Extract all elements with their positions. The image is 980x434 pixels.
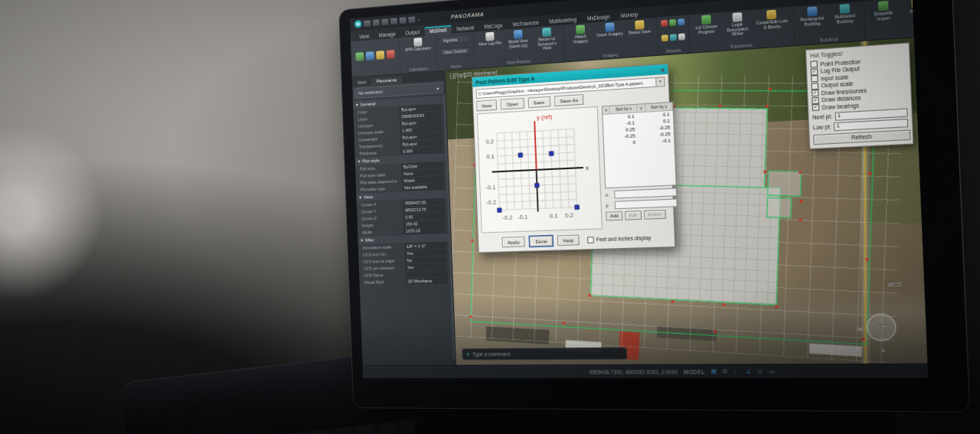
save-icon[interactable] xyxy=(381,18,388,25)
snap-icon[interactable]: ⊞ xyxy=(723,368,728,375)
done-button[interactable]: Done xyxy=(530,236,553,246)
wizard-icon[interactable] xyxy=(669,19,676,26)
checkbox-icon[interactable] xyxy=(810,61,818,68)
agenda-dropdown[interactable]: Agenda xyxy=(439,34,470,44)
hot-toggles-panel: Hot Toggles! Point Protection Log File O… xyxy=(805,42,914,148)
status-bar: 4509436.7392, 4802087.6261, 0.0000 MODEL… xyxy=(363,364,929,378)
lots-blocks-icon xyxy=(766,10,776,20)
next-pt-label: Next pt: xyxy=(812,113,832,120)
save-button[interactable]: Save xyxy=(528,96,550,108)
points-rows: 0.1 0.1 -0.1 0.1 0.25 -0.25 -0.25 -0.25 xyxy=(603,111,674,148)
multisided-building-button[interactable]: Multisided Building xyxy=(829,3,860,25)
gis-modify-button[interactable]: Modify xyxy=(901,0,914,15)
command-line[interactable]: > Type a command xyxy=(462,348,627,361)
system-settings-icon[interactable] xyxy=(387,50,395,59)
checkbox-icon[interactable] xyxy=(587,237,594,243)
group-label: Calculators xyxy=(403,65,434,73)
ortho-icon[interactable]: ∟ xyxy=(733,369,740,375)
wizard-icon[interactable] xyxy=(661,34,668,41)
pattern-plot: xy (ref)-0.2-0.2-0.1-0.10.10.10.20.2 xyxy=(478,107,600,230)
help-button[interactable]: Help xyxy=(557,235,580,246)
insert-imagery-button[interactable]: Insert Imagery xyxy=(596,21,623,38)
toggles-icon[interactable] xyxy=(376,51,384,60)
checkbox-icon[interactable] xyxy=(812,97,819,104)
x-input[interactable] xyxy=(614,188,677,199)
low-pt-input[interactable]: 1 xyxy=(834,118,908,130)
wizard-icon[interactable] xyxy=(678,34,685,41)
save-as-button[interactable]: Save As xyxy=(554,94,584,106)
combo-arrow-icon[interactable]: ▾ xyxy=(655,77,664,86)
warehouse-annex[interactable] xyxy=(767,171,802,197)
open-file-icon[interactable] xyxy=(373,19,380,26)
quick-access-dropdown-icon[interactable]: ▾ xyxy=(417,16,420,21)
new-button[interactable]: New xyxy=(476,100,497,111)
wizard-icon[interactable] xyxy=(678,18,684,25)
command-prompt-text[interactable]: Type a command xyxy=(472,351,510,357)
checkbox-icon[interactable] xyxy=(811,68,818,75)
attach-imagery-button[interactable]: Attach Imagery xyxy=(567,24,594,44)
calculator-icon xyxy=(413,38,422,47)
lot-closure-button[interactable]: Lot Closure Program xyxy=(692,14,721,35)
wizard-icon[interactable] xyxy=(661,20,668,27)
status-save-button[interactable]: Status Save xyxy=(626,19,654,35)
points-list[interactable]: x Sort by x y Sort by y 0.1 0.1 xyxy=(602,102,677,188)
viewcube[interactable]: TOP xyxy=(866,313,897,341)
drawing-viewport[interactable]: [-][Top][2D Wireframe] WCS TOP W S > Typ… xyxy=(446,38,928,364)
group-label: Wizards xyxy=(662,47,685,54)
polar-icon[interactable]: ∠ xyxy=(746,368,752,375)
ribbon-group-assist: Agenda User Control Assist xyxy=(436,32,475,71)
legal-description-button[interactable]: Legal Description Writer xyxy=(723,11,753,38)
file-tab-drawing[interactable]: Panorama xyxy=(371,77,402,86)
svg-text:x: x xyxy=(586,164,590,171)
pattern-plot-frame[interactable]: xy (ref)-0.2-0.2-0.1-0.10.10.10.20.2 xyxy=(477,106,603,233)
sort-by-y-button[interactable]: Sort by y xyxy=(646,103,673,112)
svg-text:0.2: 0.2 xyxy=(565,212,573,220)
grid-icon[interactable]: ▦ xyxy=(710,368,717,375)
smart-point-icon[interactable] xyxy=(355,52,364,61)
checkbox-icon[interactable] xyxy=(812,90,819,96)
checkbox-icon[interactable] xyxy=(811,75,818,82)
svg-text:0.1: 0.1 xyxy=(550,212,558,220)
svg-text:y (ref): y (ref) xyxy=(537,113,552,121)
model-space-button[interactable]: MODEL xyxy=(684,369,705,375)
building-poly-icon xyxy=(839,4,850,14)
y-input[interactable] xyxy=(615,198,678,209)
redo-icon[interactable] xyxy=(408,16,415,23)
building-icon xyxy=(807,6,817,16)
rectangular-building-button[interactable]: Rectangular Building xyxy=(797,5,828,28)
view-log-file-button[interactable]: View Log File xyxy=(477,31,503,47)
return-surveyors-view-button[interactable]: Return to Surveyor's View xyxy=(533,27,560,52)
dialog-title: Post Pattern Edit Type A xyxy=(475,75,534,84)
add-button[interactable]: Add xyxy=(606,211,622,220)
general-rows: Color ByLayer Layer DIMENSION Linetype B… xyxy=(353,103,447,158)
world-view-button[interactable]: World View (North Up) xyxy=(505,29,531,50)
checkbox-icon[interactable] xyxy=(811,83,818,90)
print-icon[interactable] xyxy=(390,18,397,24)
cad-app-window: M ▾ PANORAMA ViewManageOutputMsShellNetw… xyxy=(350,0,928,378)
delete-button[interactable]: Delete xyxy=(644,210,666,220)
sort-by-x-button[interactable]: Sort by x xyxy=(611,105,637,114)
wizard-icon[interactable] xyxy=(669,34,676,41)
apply-button[interactable]: Apply xyxy=(501,237,525,247)
new-file-icon[interactable] xyxy=(364,20,371,27)
shapefile-import-button[interactable]: Shapefile Import xyxy=(867,0,899,22)
save-status-icon xyxy=(635,20,644,30)
compass-south-label[interactable]: S xyxy=(881,348,885,354)
osnap-icon[interactable]: ◎ xyxy=(757,368,763,375)
ribbon-group-tools xyxy=(351,38,400,77)
undo-icon[interactable] xyxy=(400,17,407,24)
warehouse-annex[interactable] xyxy=(766,197,792,218)
property-row[interactable]: Visual Style 2D Wireframe xyxy=(359,276,452,286)
close-icon[interactable]: x xyxy=(661,67,665,73)
refresh-button[interactable]: Refresh xyxy=(813,129,910,145)
automap-icon[interactable] xyxy=(366,51,374,60)
user-control-dropdown[interactable]: User Control xyxy=(439,47,470,57)
edit-button[interactable]: Edit xyxy=(625,210,642,220)
annotation-icon[interactable]: ▭ xyxy=(769,368,775,375)
open-button[interactable]: Open xyxy=(501,98,524,109)
lots-blocks-button[interactable]: Create/Edit Lots & Blocks xyxy=(754,8,790,31)
file-tab-start[interactable]: Start xyxy=(352,79,371,87)
compass-west-label[interactable]: W xyxy=(858,327,863,332)
apn-calculator-button[interactable]: APN Calculator xyxy=(403,37,433,53)
checkbox-icon[interactable] xyxy=(812,104,820,111)
